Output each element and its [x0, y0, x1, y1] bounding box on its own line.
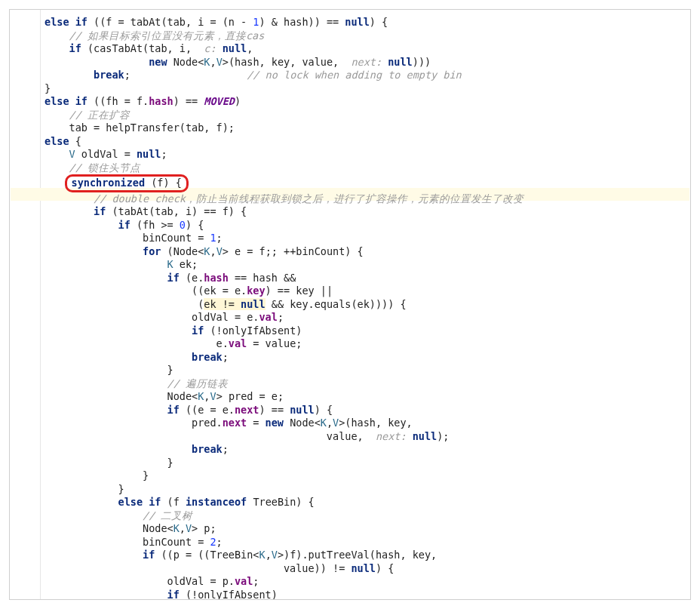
synchronized-highlight: synchronized (f) { [65, 174, 189, 192]
keyword-else-if: else if [45, 16, 88, 28]
code-editor[interactable]: else if ((f = tabAt(tab, i = (n - 1) & h… [9, 9, 691, 600]
code-area[interactable]: else if ((f = tabAt(tab, i = (n - 1) & h… [10, 10, 690, 600]
warning-highlight: ek != null [204, 298, 265, 310]
comment: // 如果目标索引位置没有元素，直接cas [45, 29, 264, 42]
